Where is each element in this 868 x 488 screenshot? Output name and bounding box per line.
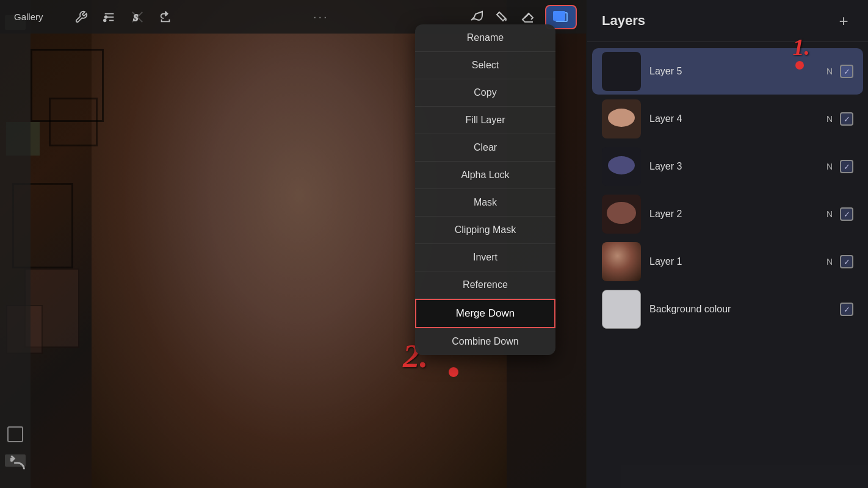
topbar-tools: S <box>73 9 174 26</box>
layer-blend-layer2: N <box>826 209 833 219</box>
menu-item-merge-down[interactable]: Merge Down <box>415 299 555 328</box>
layer-info-background: Background colour ✓ <box>649 303 853 316</box>
layer-row-layer5[interactable]: Layer 5 N ✓ <box>592 48 863 95</box>
layer-visibility-layer3[interactable]: ✓ <box>840 160 853 173</box>
layer-info-layer4: Layer 4 N ✓ <box>649 112 853 126</box>
layer-info-layer3: Layer 3 N ✓ <box>649 160 853 173</box>
layer-thumb-layer2 <box>602 195 641 234</box>
layer-thumb-inner-layer1 <box>602 242 641 281</box>
layer-thumb-layer5 <box>602 52 641 91</box>
layer-right-layer3: N ✓ <box>826 160 853 173</box>
layer-name-layer1: Layer 1 <box>649 256 682 267</box>
layer-name-layer3: Layer 3 <box>649 161 682 172</box>
menu-item-alpha-lock[interactable]: Alpha Lock <box>415 162 555 189</box>
menu-item-select[interactable]: Select <box>415 52 555 79</box>
erase-tool-icon[interactable] <box>519 9 537 26</box>
svg-point-4 <box>104 16 107 18</box>
layer-visibility-layer5[interactable]: ✓ <box>840 65 853 78</box>
annotation-dot-1 <box>795 61 804 70</box>
layer-row-background[interactable]: Background colour ✓ <box>592 286 863 332</box>
menu-item-reference[interactable]: Reference <box>415 271 555 299</box>
layers-header: Layers + <box>587 0 868 42</box>
menu-item-clipping-mask[interactable]: Clipping Mask <box>415 217 555 244</box>
gallery-button[interactable]: Gallery <box>9 9 48 25</box>
layer-visibility-background[interactable]: ✓ <box>840 303 853 316</box>
layer-info-layer1: Layer 1 N ✓ <box>649 255 853 268</box>
context-menu: Rename Select Copy Fill Layer Clear Alph… <box>415 24 555 355</box>
layer-thumb-background <box>602 290 641 329</box>
svg-point-3 <box>103 19 106 21</box>
geo-shape-2 <box>49 98 98 146</box>
menu-item-invert[interactable]: Invert <box>415 244 555 271</box>
layers-panel-title: Layers <box>602 13 645 29</box>
more-options-button[interactable]: ··· <box>313 10 329 24</box>
layer-thumb-layer4 <box>602 99 641 138</box>
menu-item-clear[interactable]: Clear <box>415 134 555 162</box>
layer-row-layer4[interactable]: Layer 4 N ✓ <box>592 96 863 142</box>
layer-right-layer4: N ✓ <box>826 112 853 126</box>
layer-icon-front <box>553 11 565 21</box>
fill-tool-icon[interactable] <box>494 9 511 26</box>
smudge-tool-icon[interactable]: S <box>129 9 146 26</box>
layer-visibility-layer2[interactable]: ✓ <box>840 207 853 221</box>
brush-tool-icon[interactable] <box>468 9 485 26</box>
annotation-dot-2 <box>449 367 458 377</box>
layer-row-layer1[interactable]: Layer 1 N ✓ <box>592 239 863 285</box>
left-sidebar <box>0 0 31 488</box>
layer-name-layer5: Layer 5 <box>649 66 682 77</box>
menu-item-fill-layer[interactable]: Fill Layer <box>415 107 555 134</box>
layer-name-layer2: Layer 2 <box>649 209 682 220</box>
layers-panel: Layers + Layer 5 N ✓ Layer 4 N ✓ <box>587 0 868 488</box>
layers-list: Layer 5 N ✓ Layer 4 N ✓ Layer 3 <box>587 42 868 488</box>
sidebar-square[interactable] <box>7 426 23 442</box>
layer-info-layer5: Layer 5 N ✓ <box>649 65 853 78</box>
layer-visibility-layer1[interactable]: ✓ <box>840 255 853 268</box>
layer-right-layer2: N ✓ <box>826 207 853 221</box>
menu-item-copy[interactable]: Copy <box>415 79 555 107</box>
svg-line-7 <box>524 13 529 18</box>
layer-thumb-layer3 <box>602 147 641 186</box>
svg-text:S: S <box>133 12 138 22</box>
layer-name-layer4: Layer 4 <box>649 113 682 124</box>
layer-right-layer5: N ✓ <box>826 65 853 78</box>
layer-blend-layer1: N <box>826 257 833 267</box>
layer-thumb-layer1 <box>602 242 641 281</box>
layer-right-background: ✓ <box>840 303 853 316</box>
layer-visibility-layer4[interactable]: ✓ <box>840 112 853 126</box>
layer-name-background: Background colour <box>649 304 731 315</box>
menu-item-rename[interactable]: Rename <box>415 24 555 52</box>
layer-blend-layer5: N <box>826 66 833 76</box>
adjust-tool-icon[interactable] <box>101 9 118 26</box>
topbar-center: ··· <box>186 10 456 24</box>
layer-blend-layer3: N <box>826 162 833 171</box>
layer-right-layer1: N ✓ <box>826 255 853 268</box>
menu-item-mask[interactable]: Mask <box>415 189 555 217</box>
layer-info-layer2: Layer 2 N ✓ <box>649 207 853 221</box>
add-layer-button[interactable]: + <box>834 11 853 30</box>
undo-button[interactable] <box>9 455 26 476</box>
layer-row-layer2[interactable]: Layer 2 N ✓ <box>592 191 863 237</box>
layer-row-layer3[interactable]: Layer 3 N ✓ <box>592 143 863 190</box>
export-tool-icon[interactable] <box>157 9 174 26</box>
layers-button-icon <box>553 11 569 23</box>
layer-blend-layer4: N <box>826 114 833 124</box>
menu-item-combine-down[interactable]: Combine Down <box>415 328 555 355</box>
modify-tool-icon[interactable] <box>73 9 90 26</box>
